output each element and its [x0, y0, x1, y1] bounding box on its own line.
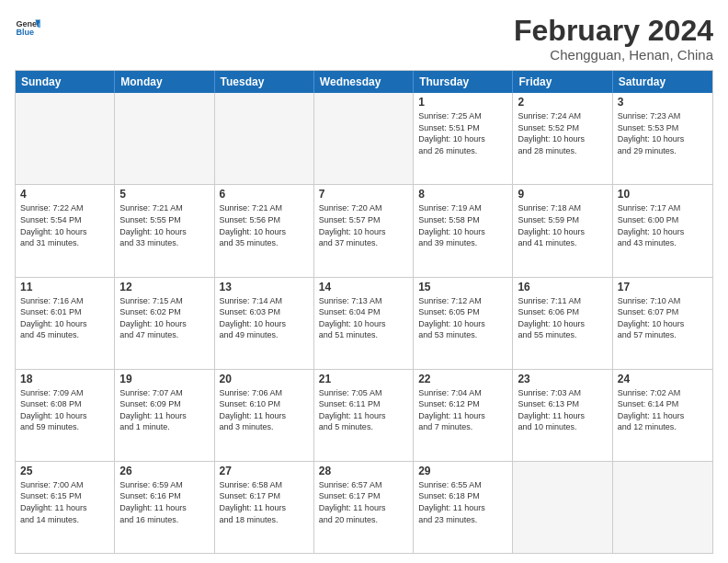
logo: General Blue: [15, 15, 40, 40]
header-friday: Friday: [513, 71, 612, 93]
header-saturday: Saturday: [613, 71, 712, 93]
day-info: Sunrise: 7:14 AM Sunset: 6:03 PM Dayligh…: [220, 295, 309, 341]
day-cell-12: 12Sunrise: 7:15 AM Sunset: 6:02 PM Dayli…: [115, 278, 214, 369]
day-number: 5: [119, 188, 209, 201]
week-row-2: 4Sunrise: 7:22 AM Sunset: 5:54 PM Daylig…: [16, 184, 712, 276]
day-number: 1: [418, 96, 507, 109]
page: General Blue February 2024 Chengguan, He…: [0, 0, 728, 563]
empty-cell-0-3: [314, 93, 414, 184]
day-cell-17: 17Sunrise: 7:10 AM Sunset: 6:07 PM Dayli…: [613, 278, 712, 369]
day-info: Sunrise: 6:57 AM Sunset: 6:17 PM Dayligh…: [319, 479, 408, 525]
svg-text:Blue: Blue: [16, 28, 34, 37]
day-number: 23: [518, 373, 607, 385]
day-number: 3: [618, 96, 708, 109]
day-info: Sunrise: 7:19 AM Sunset: 5:58 PM Dayligh…: [418, 202, 507, 248]
day-info: Sunrise: 7:20 AM Sunset: 5:57 PM Dayligh…: [319, 202, 408, 248]
day-info: Sunrise: 7:25 AM Sunset: 5:51 PM Dayligh…: [418, 110, 507, 156]
day-info: Sunrise: 7:23 AM Sunset: 5:53 PM Dayligh…: [618, 110, 708, 156]
day-number: 19: [119, 373, 209, 385]
header-monday: Monday: [115, 71, 214, 93]
day-cell-27: 27Sunrise: 6:58 AM Sunset: 6:17 PM Dayli…: [215, 462, 314, 553]
day-info: Sunrise: 7:18 AM Sunset: 5:59 PM Dayligh…: [518, 202, 607, 248]
day-cell-15: 15Sunrise: 7:12 AM Sunset: 6:05 PM Dayli…: [414, 278, 513, 369]
day-number: 2: [518, 96, 607, 109]
day-number: 11: [20, 281, 109, 293]
header-thursday: Thursday: [414, 71, 513, 93]
day-number: 14: [319, 281, 408, 293]
day-number: 28: [319, 465, 408, 477]
day-cell-11: 11Sunrise: 7:16 AM Sunset: 6:01 PM Dayli…: [16, 278, 115, 369]
day-cell-8: 8Sunrise: 7:19 AM Sunset: 5:58 PM Daylig…: [414, 185, 513, 276]
day-cell-18: 18Sunrise: 7:09 AM Sunset: 6:08 PM Dayli…: [16, 370, 115, 461]
title-block: February 2024 Chengguan, Henan, China: [514, 15, 713, 63]
day-info: Sunrise: 7:05 AM Sunset: 6:11 PM Dayligh…: [319, 387, 408, 433]
day-info: Sunrise: 7:11 AM Sunset: 6:06 PM Dayligh…: [518, 295, 607, 341]
day-cell-21: 21Sunrise: 7:05 AM Sunset: 6:11 PM Dayli…: [314, 370, 414, 461]
logo-icon: General Blue: [15, 15, 40, 40]
empty-cell-0-0: [16, 93, 115, 184]
day-info: Sunrise: 7:02 AM Sunset: 6:14 PM Dayligh…: [618, 387, 708, 433]
day-number: 27: [220, 465, 309, 477]
day-cell-25: 25Sunrise: 7:00 AM Sunset: 6:15 PM Dayli…: [16, 462, 115, 553]
day-cell-14: 14Sunrise: 7:13 AM Sunset: 6:04 PM Dayli…: [314, 278, 414, 369]
day-cell-2: 2Sunrise: 7:24 AM Sunset: 5:52 PM Daylig…: [513, 93, 612, 184]
day-info: Sunrise: 7:03 AM Sunset: 6:13 PM Dayligh…: [518, 387, 607, 433]
day-info: Sunrise: 7:06 AM Sunset: 6:10 PM Dayligh…: [220, 387, 309, 433]
day-number: 10: [618, 188, 708, 201]
day-cell-5: 5Sunrise: 7:21 AM Sunset: 5:55 PM Daylig…: [115, 185, 214, 276]
day-cell-13: 13Sunrise: 7:14 AM Sunset: 6:03 PM Dayli…: [215, 278, 314, 369]
day-number: 8: [418, 188, 507, 201]
day-cell-23: 23Sunrise: 7:03 AM Sunset: 6:13 PM Dayli…: [513, 370, 612, 461]
day-number: 29: [418, 465, 507, 477]
header: General Blue February 2024 Chengguan, He…: [15, 15, 713, 63]
day-cell-22: 22Sunrise: 7:04 AM Sunset: 6:12 PM Dayli…: [414, 370, 513, 461]
day-number: 20: [220, 373, 309, 385]
day-number: 15: [418, 281, 507, 293]
day-info: Sunrise: 7:00 AM Sunset: 6:15 PM Dayligh…: [20, 479, 109, 525]
day-number: 12: [119, 281, 209, 293]
day-info: Sunrise: 7:21 AM Sunset: 5:56 PM Dayligh…: [220, 202, 309, 248]
calendar: Sunday Monday Tuesday Wednesday Thursday…: [15, 70, 713, 554]
day-cell-6: 6Sunrise: 7:21 AM Sunset: 5:56 PM Daylig…: [215, 185, 314, 276]
day-number: 9: [518, 188, 607, 201]
day-number: 4: [20, 188, 109, 201]
day-cell-7: 7Sunrise: 7:20 AM Sunset: 5:57 PM Daylig…: [314, 185, 414, 276]
day-info: Sunrise: 7:07 AM Sunset: 6:09 PM Dayligh…: [119, 387, 209, 433]
day-cell-26: 26Sunrise: 6:59 AM Sunset: 6:16 PM Dayli…: [115, 462, 214, 553]
day-number: 7: [319, 188, 408, 201]
calendar-header: Sunday Monday Tuesday Wednesday Thursday…: [16, 71, 712, 93]
day-number: 21: [319, 373, 408, 385]
header-wednesday: Wednesday: [314, 71, 414, 93]
day-info: Sunrise: 7:15 AM Sunset: 6:02 PM Dayligh…: [119, 295, 209, 341]
day-info: Sunrise: 6:59 AM Sunset: 6:16 PM Dayligh…: [119, 479, 209, 525]
week-row-3: 11Sunrise: 7:16 AM Sunset: 6:01 PM Dayli…: [16, 277, 712, 369]
day-cell-29: 29Sunrise: 6:55 AM Sunset: 6:18 PM Dayli…: [414, 462, 513, 553]
day-cell-9: 9Sunrise: 7:18 AM Sunset: 5:59 PM Daylig…: [513, 185, 612, 276]
day-cell-20: 20Sunrise: 7:06 AM Sunset: 6:10 PM Dayli…: [215, 370, 314, 461]
day-number: 25: [20, 465, 109, 477]
empty-cell-4-5: [513, 462, 612, 553]
day-info: Sunrise: 7:04 AM Sunset: 6:12 PM Dayligh…: [418, 387, 507, 433]
day-cell-28: 28Sunrise: 6:57 AM Sunset: 6:17 PM Dayli…: [314, 462, 414, 553]
day-number: 16: [518, 281, 607, 293]
empty-cell-0-2: [215, 93, 314, 184]
week-row-4: 18Sunrise: 7:09 AM Sunset: 6:08 PM Dayli…: [16, 369, 712, 461]
day-cell-16: 16Sunrise: 7:11 AM Sunset: 6:06 PM Dayli…: [513, 278, 612, 369]
day-info: Sunrise: 7:12 AM Sunset: 6:05 PM Dayligh…: [418, 295, 507, 341]
day-info: Sunrise: 7:10 AM Sunset: 6:07 PM Dayligh…: [618, 295, 708, 341]
day-number: 18: [20, 373, 109, 385]
day-info: Sunrise: 7:13 AM Sunset: 6:04 PM Dayligh…: [319, 295, 408, 341]
subtitle: Chengguan, Henan, China: [514, 47, 713, 63]
day-info: Sunrise: 6:58 AM Sunset: 6:17 PM Dayligh…: [220, 479, 309, 525]
day-number: 24: [618, 373, 708, 385]
day-info: Sunrise: 7:16 AM Sunset: 6:01 PM Dayligh…: [20, 295, 109, 341]
day-cell-19: 19Sunrise: 7:07 AM Sunset: 6:09 PM Dayli…: [115, 370, 214, 461]
day-number: 13: [220, 281, 309, 293]
day-number: 6: [220, 188, 309, 201]
week-row-5: 25Sunrise: 7:00 AM Sunset: 6:15 PM Dayli…: [16, 461, 712, 553]
day-cell-10: 10Sunrise: 7:17 AM Sunset: 6:00 PM Dayli…: [613, 185, 712, 276]
day-info: Sunrise: 7:09 AM Sunset: 6:08 PM Dayligh…: [20, 387, 109, 433]
day-number: 26: [119, 465, 209, 477]
header-tuesday: Tuesday: [215, 71, 314, 93]
day-info: Sunrise: 7:22 AM Sunset: 5:54 PM Dayligh…: [20, 202, 109, 248]
